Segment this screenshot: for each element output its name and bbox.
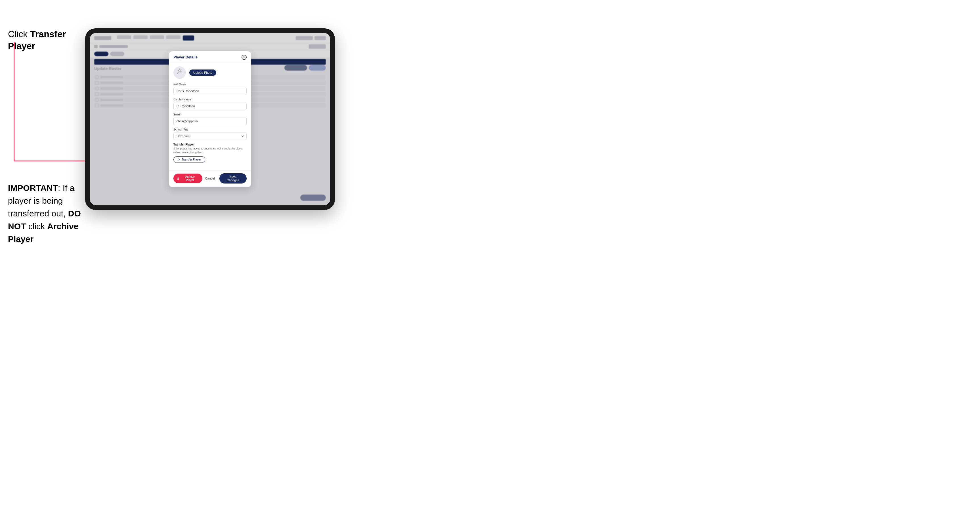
transfer-player-button[interactable]: ⟳ Transfer Player [173,156,205,163]
archive-player-button[interactable]: 🗑 Archive Player [173,174,202,183]
display-name-field: Display Name [173,98,247,110]
important-label: IMPORTANT [8,183,58,193]
school-year-label: School Year [173,128,247,131]
player-details-modal: Player Details × [169,51,251,187]
transfer-player-section: Transfer Player If this player has moved… [173,143,247,163]
transfer-section-description: If this player has moved to another scho… [173,147,247,154]
modal-close-button[interactable]: × [242,55,247,60]
display-name-input[interactable] [173,102,247,110]
email-label: Email [173,113,247,116]
transfer-section-label: Transfer Player [173,143,247,146]
footer-right-actions: Cancel Save Changes [202,173,247,184]
school-year-select[interactable]: First Year Second Year Third Year Fourth… [173,132,247,140]
instruction-transfer-bold: Transfer Player [8,29,66,51]
full-name-input[interactable] [173,87,247,95]
save-changes-button[interactable]: Save Changes [220,173,247,184]
archive-icon: 🗑 [177,177,180,180]
email-input[interactable] [173,117,247,125]
modal-overlay: Player Details × [90,33,330,205]
modal-header: Player Details × [169,51,251,63]
avatar-icon [176,68,183,77]
full-name-field: Full Name [173,83,247,95]
cancel-button[interactable]: Cancel [202,175,218,182]
annotation-vertical-line [14,42,14,161]
display-name-label: Display Name [173,98,247,101]
instruction-area: Click Transfer Player [8,29,84,57]
upload-photo-button[interactable]: Upload Photo [189,70,216,76]
modal-footer: 🗑 Archive Player Cancel Save Changes [169,170,251,187]
email-field: Email [173,113,247,125]
modal-body: Upload Photo Full Name Display Name [169,63,251,170]
tablet-frame: Update Roster [85,29,335,210]
transfer-btn-label: Transfer Player [181,158,201,161]
avatar-circle [173,67,186,79]
full-name-label: Full Name [173,83,247,86]
modal-title: Player Details [173,55,197,59]
avatar-section: Upload Photo [173,67,247,79]
important-instruction: IMPORTANT: If a player is being transfer… [8,181,84,245]
instruction-click-text: Click Transfer Player [8,29,84,52]
school-year-field: School Year First Year Second Year Third… [173,128,247,140]
tablet-screen: Update Roster [90,33,330,205]
svg-point-0 [178,70,181,72]
archive-btn-label: Archive Player [181,175,199,181]
transfer-btn-icon: ⟳ [178,158,180,161]
